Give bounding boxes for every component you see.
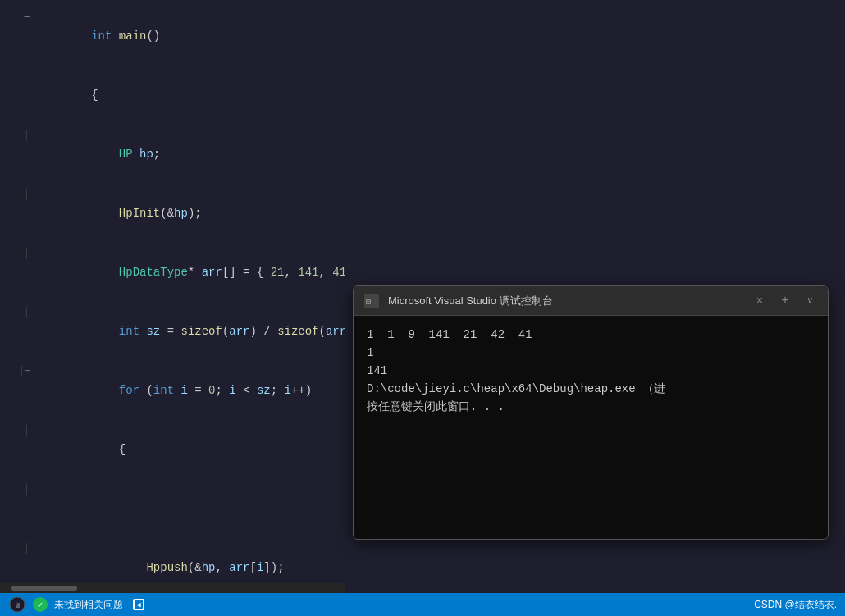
svg-text:⊞: ⊞	[366, 297, 371, 306]
line-content: int sz = sizeof(arr) / sizeof(arr[0]);	[33, 302, 345, 361]
code-line: {	[0, 66, 345, 125]
fold-gutter[interactable]: ─	[3, 7, 33, 27]
status-check-icon: ✓	[33, 597, 48, 612]
horizontal-scrollbar[interactable]	[0, 583, 345, 593]
code-line: │ HP hp;	[0, 125, 345, 184]
status-message: 未找到相关问题	[54, 598, 123, 612]
fold-gutter: │	[3, 185, 33, 204]
line-content: HP hp;	[33, 125, 341, 184]
fold-gutter[interactable]: │ ─	[3, 362, 33, 381]
svg-text:🖥: 🖥	[14, 602, 21, 610]
code-line: │ ─ for (int i = 0; i < sz; i++)	[0, 361, 345, 420]
terminal-title: Microsoft Visual Studio 调试控制台	[388, 294, 743, 308]
output-line: 1 1 9 141 21 42 41	[367, 326, 815, 344]
status-right-text: CSDN @结衣结衣.	[754, 598, 837, 612]
code-line: │ HpInit(&hp);	[0, 184, 345, 243]
terminal-chevron-button[interactable]: ∨	[802, 293, 818, 308]
line-content: HpDataType* arr[] = { 21, 141, 41, 1, 1,…	[33, 243, 345, 302]
scrollbar-thumb[interactable]	[11, 586, 77, 591]
fold-gutter: │	[3, 421, 33, 440]
code-line: │ HpDataType* arr[] = { 21, 141, 41, 1, …	[0, 243, 345, 302]
code-line: ─ int main()	[0, 7, 345, 66]
terminal-app-icon: ⊞	[363, 293, 380, 309]
output-line: 141	[367, 362, 815, 380]
nav-arrow-left[interactable]: ◀	[133, 599, 144, 610]
line-content	[33, 479, 341, 538]
terminal-titlebar: ⊞ Microsoft Visual Studio 调试控制台 × + ∨	[354, 286, 828, 316]
terminal-close-button[interactable]: ×	[751, 293, 768, 309]
output-line: 1	[367, 344, 815, 362]
fold-gutter: │	[3, 539, 33, 559]
code-editor: ─ int main() { │ HP hp; │	[0, 0, 345, 616]
code-lines: ─ int main() { │ HP hp; │	[0, 0, 345, 616]
line-content: HpInit(&hp);	[33, 184, 341, 243]
fold-gutter: │	[3, 480, 33, 500]
app-icon: 🖥	[8, 595, 26, 614]
status-bar: 🖥 ✓ 未找到相关问题 ◀ CSDN @结衣结衣.	[0, 593, 845, 616]
fold-gutter: │	[3, 303, 33, 322]
code-line: │	[0, 479, 345, 538]
terminal-output: 1 1 9 141 21 42 41 1 141 D:\code\jieyi.c…	[354, 316, 828, 539]
fold-gutter: │	[3, 244, 33, 263]
line-content: {	[33, 420, 341, 479]
code-line: │ int sz = sizeof(arr) / sizeof(arr[0]);	[0, 302, 345, 361]
line-content: {	[33, 66, 341, 125]
line-content: for (int i = 0; i < sz; i++)	[33, 361, 341, 420]
line-content: int main()	[33, 7, 341, 66]
terminal-add-button[interactable]: +	[776, 292, 794, 310]
code-line: │ {	[0, 420, 345, 479]
output-line: D:\code\jieyi.c\heap\x64\Debug\heap.exe …	[367, 380, 815, 398]
terminal-window: ⊞ Microsoft Visual Studio 调试控制台 × + ∨ 1 …	[353, 285, 829, 540]
fold-gutter: │	[3, 125, 33, 145]
output-line: 按任意键关闭此窗口. . .	[367, 398, 815, 416]
